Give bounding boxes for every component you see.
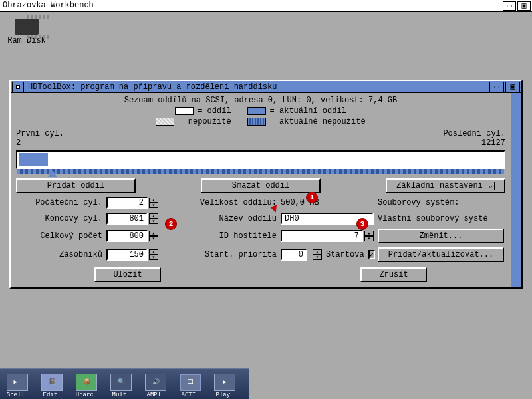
bootable-label: Startova xyxy=(326,250,364,259)
bootpri-input[interactable] xyxy=(281,249,307,261)
partition-bar[interactable] xyxy=(16,150,505,169)
buffers-input[interactable] xyxy=(106,249,148,261)
slider-handle[interactable] xyxy=(48,170,57,177)
screen-depth-gadget[interactable]: ▭ xyxy=(503,1,516,11)
bootable-checkbox[interactable]: ✔ xyxy=(368,250,375,259)
first-cyl-value: 2 xyxy=(16,138,64,148)
start-cyl-input[interactable] xyxy=(106,197,148,209)
check-icon: ✔ xyxy=(370,251,374,259)
spin-down-icon[interactable]: ▾ xyxy=(149,236,158,241)
dock: ▶_Shell 📓Edit 📦Unarc 🔍Mult 🔊AMPl 🗔ACTI ▶… xyxy=(0,368,249,399)
marker-2: 2 xyxy=(165,218,177,230)
form-grid: Počáteční cyl. ▴▾ Velikost oddílu: 500,0… xyxy=(16,197,505,262)
total-label: Celkový počet xyxy=(16,231,102,241)
dock-label: Shell xyxy=(7,392,28,398)
ramdisk-icon[interactable]: Ram Disk xyxy=(7,16,47,45)
magnifier-icon: 🔍 xyxy=(110,374,132,391)
last-cyl-label: Poslední cyl. xyxy=(443,129,505,138)
size-value: 500,0 MB xyxy=(281,198,374,207)
legend: = oddíl = aktuální oddíl xyxy=(16,106,505,116)
basic-setup-button[interactable]: Základní nastavení⌄ xyxy=(386,178,505,193)
marker-3: 3 xyxy=(356,218,368,230)
box-icon: 📦 xyxy=(76,374,97,391)
swatch-active-unused xyxy=(247,118,266,126)
dock-shell[interactable]: ▶_Shell xyxy=(1,370,33,398)
legend-active: = aktuální oddíl xyxy=(270,106,346,116)
play-icon: ▶ xyxy=(214,374,235,391)
hostid-input[interactable] xyxy=(281,230,363,242)
dock-label: Mult xyxy=(112,392,130,398)
marker-1: 1 xyxy=(306,192,318,203)
shell-icon: ▶_ xyxy=(7,374,28,391)
dock-label: AMPl xyxy=(146,392,164,398)
window-icon: 🗔 xyxy=(180,374,201,391)
dock-ampl[interactable]: 🔊AMPl xyxy=(140,370,172,398)
spin-down-icon[interactable]: ▾ xyxy=(364,236,374,241)
total-input[interactable] xyxy=(106,230,148,242)
change-button[interactable]: Změnit... xyxy=(378,229,504,243)
add-update-button[interactable]: Přidat/aktualizovat... xyxy=(378,247,504,262)
dock-label: Unarc xyxy=(76,392,97,398)
speaker-icon: 🔊 xyxy=(145,374,166,391)
titlebar[interactable]: HDToolBox: program na přípravu a rozděle… xyxy=(11,81,521,93)
start-cyl-field[interactable]: ▴▾ xyxy=(106,197,180,209)
start-cyl-label: Počáteční cyl. xyxy=(16,198,102,207)
end-cyl-input[interactable] xyxy=(106,213,148,225)
spin-down-icon[interactable]: ▾ xyxy=(149,255,158,260)
active-partition-region[interactable] xyxy=(19,153,48,166)
total-field[interactable]: ▴▾ xyxy=(106,230,180,242)
dock-label: ACTI xyxy=(181,392,199,398)
dock-acti[interactable]: 🗔ACTI xyxy=(174,370,206,398)
basic-setup-label: Základní nastavení xyxy=(396,181,483,190)
hdtoolbox-window: HDToolBox: program na přípravu a rozděle… xyxy=(9,80,523,289)
depth-gadget[interactable]: ▣ xyxy=(505,82,520,92)
spin-down-icon[interactable]: ▾ xyxy=(313,255,322,260)
buffers-field[interactable]: ▴▾ xyxy=(106,249,180,261)
swatch-partition xyxy=(175,107,194,115)
dock-mult[interactable]: 🔍Mult xyxy=(105,370,137,398)
close-gadget[interactable] xyxy=(12,82,24,92)
chip-icon xyxy=(15,19,39,35)
add-partition-button[interactable]: Přidat oddíl xyxy=(16,178,136,193)
screen-front-gadget[interactable]: ▣ xyxy=(517,1,531,11)
name-label: Název oddílu xyxy=(184,214,277,223)
dock-label: Edit xyxy=(43,392,61,398)
filesys-value: Vlastní souborový systé xyxy=(378,214,504,223)
dropdown-icon: ⌄ xyxy=(487,182,495,190)
last-cyl-value: 12127 xyxy=(443,138,505,148)
slider-track[interactable] xyxy=(17,169,504,174)
spin-down-icon[interactable]: ▾ xyxy=(149,203,158,208)
swatch-active xyxy=(247,107,266,115)
window-title: HDToolBox: program na přípravu a rozděle… xyxy=(25,82,277,92)
legend2: = nepoužité = aktuálně nepoužité xyxy=(16,117,505,126)
first-cyl-label: První cyl. xyxy=(16,129,64,138)
cancel-button[interactable]: Zrušit xyxy=(360,267,427,282)
legend-active-unused: = aktuálně nepoužité xyxy=(270,117,366,126)
dock-label: Play xyxy=(215,392,233,398)
dock-unarc[interactable]: 📦Unarc xyxy=(70,370,102,398)
notebook-icon: 📓 xyxy=(41,374,63,391)
info-line: Seznam oddílů na SCSI, adresa 0, LUN: 0,… xyxy=(16,96,505,105)
hostid-label: ID hostitele xyxy=(184,231,277,241)
size-label: Velikost oddílu: xyxy=(184,198,277,207)
filesys-label: Souborový systém: xyxy=(378,198,504,207)
delete-partition-button[interactable]: Smazat oddíl xyxy=(201,178,321,193)
legend-partition: = oddíl xyxy=(198,106,231,116)
end-cyl-label: Koncový cyl. xyxy=(16,214,102,223)
buffers-label: Zásobníků xyxy=(16,250,102,259)
legend-unused: = nepoužité xyxy=(178,117,231,126)
swatch-unused xyxy=(156,118,174,126)
bootpri-label: Start. priorita xyxy=(184,250,277,259)
menubar-title: Obrazovka Workbench xyxy=(3,1,94,10)
spin-down-icon[interactable]: ▾ xyxy=(149,219,158,224)
zoom-gadget[interactable]: ▭ xyxy=(489,82,504,92)
dock-play[interactable]: ▶Play xyxy=(209,370,241,398)
save-button[interactable]: Uložit xyxy=(94,267,161,282)
dock-edit[interactable]: 📓Edit xyxy=(36,370,68,398)
menubar: Obrazovka Workbench ▭ ▣ xyxy=(0,0,532,12)
